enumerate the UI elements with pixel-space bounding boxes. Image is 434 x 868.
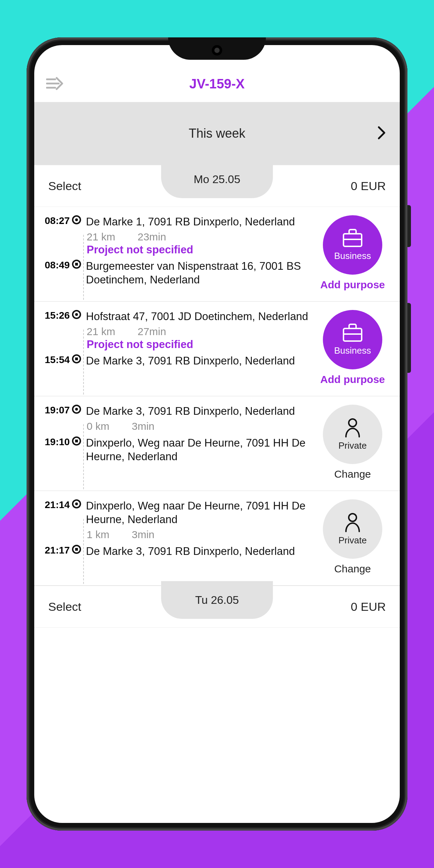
trip-action-link[interactable]: Add purpose xyxy=(320,374,385,385)
week-selector[interactable]: This week xyxy=(34,102,400,165)
trip-item[interactable]: 08:2708:49De Marke 1, 7091 RB Dinxperlo,… xyxy=(34,207,400,302)
trip-item[interactable]: 21:1421:17Dinxperlo, Weg naar De Heurne,… xyxy=(34,491,400,586)
chevron-right-icon xyxy=(377,126,386,141)
trip-end-address: Dinxperlo, Weg naar De Heurne, 7091 HH D… xyxy=(86,436,312,464)
person-icon xyxy=(344,418,361,437)
trip-action-link[interactable]: Add purpose xyxy=(320,279,385,291)
select-button[interactable]: Select xyxy=(34,179,159,193)
trip-start-address: De Marke 3, 7091 RB Dinxperlo, Nederland xyxy=(86,405,295,418)
trip-end-time: 08:49 xyxy=(45,260,70,271)
trip-end-time: 21:17 xyxy=(45,545,70,556)
day-amount: 0 EUR xyxy=(275,179,400,193)
trip-end-address: De Marke 3, 7091 RB Dinxperlo, Nederland xyxy=(86,545,295,558)
day-header: SelectTu 26.050 EUR xyxy=(34,586,400,628)
select-button[interactable]: Select xyxy=(34,600,159,614)
app-screen: JV-159-X This week SelectMo 25.050 EUR08… xyxy=(34,45,400,823)
category-label: Private xyxy=(339,535,367,546)
trip-meta: 1 km3min xyxy=(87,527,312,541)
trip-start-address: Hofstraat 47, 7001 JD Doetinchem, Nederl… xyxy=(86,310,308,324)
category-label: Business xyxy=(334,251,371,261)
side-button xyxy=(407,205,411,247)
trip-start-time: 15:26 xyxy=(45,310,87,321)
trip-end-address: De Marke 3, 7091 RB Dinxperlo, Nederland xyxy=(86,354,295,368)
timeline-line xyxy=(83,235,84,300)
trip-project: Project not specified xyxy=(87,338,312,351)
trip-item[interactable]: 15:2615:54Hofstraat 47, 7001 JD Doetinch… xyxy=(34,302,400,396)
vehicle-title[interactable]: JV-159-X xyxy=(189,77,245,92)
days-list: SelectMo 25.050 EUR08:2708:49De Marke 1,… xyxy=(34,165,400,628)
menu-button[interactable] xyxy=(46,77,64,92)
trip-start-time: 19:07 xyxy=(45,405,87,416)
day-header: SelectMo 25.050 EUR xyxy=(34,165,400,207)
trip-start-time: 21:14 xyxy=(45,499,87,511)
briefcase-icon xyxy=(342,324,363,342)
category-badge[interactable]: Private xyxy=(323,405,382,464)
timeline-line xyxy=(83,330,84,395)
day-amount: 0 EUR xyxy=(275,600,400,614)
svg-point-19 xyxy=(349,419,356,427)
trip-project: Project not specified xyxy=(87,244,312,256)
person-icon xyxy=(344,513,361,532)
trip-action-link[interactable]: Change xyxy=(334,563,371,575)
day-date-tab[interactable]: Mo 25.05 xyxy=(161,160,273,198)
trip-start-address: De Marke 1, 7091 RB Dinxperlo, Nederland xyxy=(86,215,295,229)
svg-point-24 xyxy=(349,514,356,521)
trip-action-link[interactable]: Change xyxy=(334,468,371,480)
menu-arrow-icon xyxy=(46,77,64,91)
phone-notch xyxy=(168,37,266,60)
trip-meta: 21 km27min xyxy=(87,324,312,338)
category-label: Private xyxy=(339,440,367,451)
trip-start-address: Dinxperlo, Weg naar De Heurne, 7091 HH D… xyxy=(86,499,312,527)
category-badge[interactable]: Business xyxy=(323,215,382,275)
trip-meta: 21 km23min xyxy=(87,229,312,244)
category-label: Business xyxy=(334,345,371,356)
trip-item[interactable]: 19:0719:10De Marke 3, 7091 RB Dinxperlo,… xyxy=(34,396,400,491)
trip-end-time: 19:10 xyxy=(45,436,70,448)
trip-start-time: 08:27 xyxy=(45,215,87,226)
category-badge[interactable]: Private xyxy=(323,499,382,559)
category-badge[interactable]: Business xyxy=(323,310,382,369)
phone-frame: JV-159-X This week SelectMo 25.050 EUR08… xyxy=(27,37,407,831)
trip-meta: 0 km3min xyxy=(87,418,312,433)
trip-end-time: 15:54 xyxy=(45,354,70,366)
timeline-line xyxy=(83,519,84,584)
trip-end-address: Burgemeester van Nispenstraat 16, 7001 B… xyxy=(86,260,312,287)
side-button xyxy=(407,303,411,373)
week-label: This week xyxy=(189,126,245,141)
timeline-line xyxy=(83,424,84,489)
briefcase-icon xyxy=(342,229,363,248)
day-date-tab[interactable]: Tu 26.05 xyxy=(161,581,273,619)
